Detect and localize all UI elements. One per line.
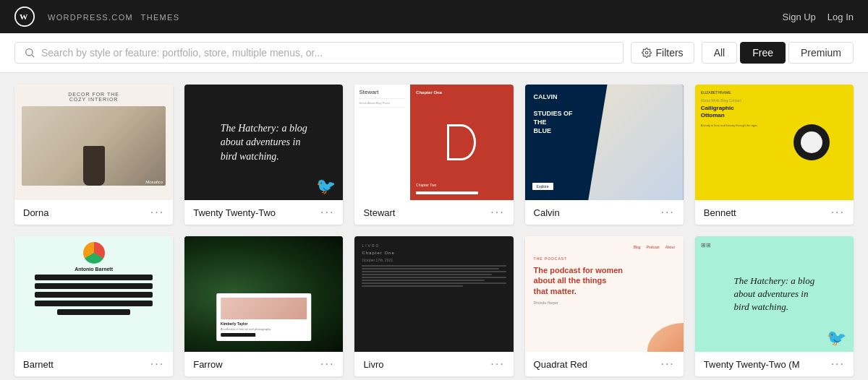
filters-label: Filters	[656, 47, 684, 59]
theme-preview-ttt[interactable]: The Hatchery: a blogabout adventures inb…	[184, 85, 343, 200]
theme-card-footer: Twenty Twenty-Two (M ···	[695, 352, 854, 376]
themes-label: THEMES	[141, 13, 180, 22]
svg-point-4	[645, 51, 648, 54]
theme-more-button[interactable]: ···	[660, 358, 674, 371]
livro-line-6	[362, 280, 484, 281]
theme-preview-bennett[interactable]: ELIZABETHNAME About Work Blog Contact Ca…	[695, 85, 854, 200]
stewart-chapter-two: Chapter Two	[416, 183, 436, 187]
top-navigation: W WordPress.com THEMES Sign Up Log In	[0, 0, 868, 33]
theme-card-barnett: Antonio Barnett Barnett ···	[14, 236, 173, 376]
theme-preview-farrow[interactable]: Kimberly Taylor A collection of fine art…	[184, 236, 343, 352]
livro-body	[362, 265, 506, 287]
theme-card-calvin: CALVINSTUDIES OFTHEBLUE Explore Calvin ·…	[525, 85, 684, 225]
theme-preview-ttt2[interactable]: ⊞⊞ The Hatchery: a blogabout adventures …	[695, 236, 854, 352]
bennett-right-col	[775, 90, 848, 194]
stewart-divider	[359, 98, 406, 99]
calvin-preview-text: CALVINSTUDIES OFTHEBLUE	[534, 93, 573, 135]
bennett-site-label: ELIZABETHNAME	[701, 90, 773, 95]
search-bar: Filters All Free Premium	[0, 33, 868, 73]
theme-name: Twenty Twenty-Two (M	[704, 359, 800, 370]
theme-card-dorna: DECOR FOR THECOZY INTERIOR Mosafico Dorn…	[14, 85, 173, 225]
theme-preview-barnett[interactable]: Antonio Barnett	[14, 236, 173, 352]
filters-button[interactable]: Filters	[631, 42, 694, 64]
theme-card-footer: Farrow ···	[184, 352, 343, 376]
farrow-card-image	[221, 298, 307, 319]
tab-premium[interactable]: Premium	[788, 42, 854, 64]
theme-card-bennett: ELIZABETHNAME About Work Blog Contact Ca…	[695, 85, 854, 225]
theme-more-button[interactable]: ···	[831, 358, 845, 371]
theme-card-footer: Bennett ···	[695, 200, 854, 225]
theme-grid: DECOR FOR THECOZY INTERIOR Mosafico Dorn…	[0, 73, 868, 380]
theme-name: Bennett	[704, 207, 736, 218]
theme-preview-livro[interactable]: LIVRO Chapter One October 17th, 2021	[354, 236, 513, 352]
svg-line-3	[32, 55, 34, 57]
theme-more-button[interactable]: ···	[660, 206, 674, 219]
stewart-main: Chapter One Chapter Two	[410, 85, 513, 200]
livro-chapter: Chapter One	[362, 251, 506, 255]
barnett-btn-5	[57, 309, 131, 315]
theme-more-button[interactable]: ···	[831, 206, 845, 219]
ttt-bird-emoji: 🐦	[316, 177, 336, 196]
search-icon	[24, 47, 35, 59]
bennett-left-col: ELIZABETHNAME About Work Blog Contact Ca…	[701, 90, 773, 194]
log-in-link[interactable]: Log In	[827, 12, 854, 22]
bennett-nav: About Work Blog Contact	[701, 98, 773, 103]
theme-card-livro: LIVRO Chapter One October 17th, 2021 Liv…	[354, 236, 513, 376]
livro-line-1	[362, 265, 506, 267]
nav-actions: Sign Up Log In	[783, 12, 854, 22]
bennett-inner-circle	[801, 131, 822, 153]
barnett-btn-3	[35, 292, 153, 298]
ttt2-preview-text: The Hatchery: a blogabout adventures inb…	[734, 275, 815, 314]
theme-preview-dorna[interactable]: DECOR FOR THECOZY INTERIOR Mosafico	[14, 85, 173, 200]
sign-up-link[interactable]: Sign Up	[783, 12, 816, 22]
theme-card-quadrat-red: BlogPodcastAbout THE PODCAST The podcast…	[525, 236, 684, 376]
calvin-btn: Explore	[532, 183, 553, 190]
tab-free[interactable]: Free	[740, 42, 786, 64]
theme-more-button[interactable]: ···	[490, 206, 504, 219]
theme-name: Farrow	[193, 359, 222, 370]
gear-icon	[642, 48, 652, 58]
barnett-user-name: Antonio Barnett	[75, 267, 113, 272]
quadrat-category: THE PODCAST	[534, 256, 675, 261]
ttt2-bird-emoji: 🐦	[827, 329, 846, 347]
livro-line-4	[362, 274, 491, 275]
theme-card-footer: Calvin ···	[525, 200, 684, 225]
theme-more-button[interactable]: ···	[490, 358, 504, 371]
stewart-chapter: Chapter One	[416, 90, 442, 95]
theme-name: Twenty Twenty-Two	[193, 207, 276, 218]
theme-name: Dorna	[23, 207, 48, 218]
theme-preview-calvin[interactable]: CALVINSTUDIES OFTHEBLUE Explore	[525, 85, 684, 200]
calvin-flowers-shape	[588, 85, 684, 200]
dorna-preview-title: DECOR FOR THECOZY INTERIOR	[68, 92, 119, 102]
theme-card-footer: Stewart ···	[354, 200, 513, 225]
theme-preview-stewart[interactable]: Stewart Home About Blog Posts Chapter On…	[354, 85, 513, 200]
quadrat-decorative-shape	[640, 316, 684, 352]
livro-site-label: LIVRO	[362, 243, 506, 248]
theme-more-button[interactable]: ···	[320, 206, 334, 219]
dorna-watermark: Mosafico	[145, 180, 163, 184]
farrow-card-desc: A collection of fine art and photography	[221, 327, 307, 331]
theme-name: Livro	[363, 359, 383, 370]
theme-name: Barnett	[23, 359, 54, 370]
livro-date: October 17th, 2021	[362, 258, 506, 262]
theme-more-button[interactable]: ···	[150, 358, 164, 371]
bennett-desc: A study in form and beauty through the a…	[701, 124, 773, 127]
tab-all[interactable]: All	[702, 42, 738, 64]
theme-name: Calvin	[534, 207, 560, 218]
stewart-logo: Stewart	[359, 89, 406, 95]
bennett-title: CalligraphicOttoman	[701, 105, 773, 118]
theme-card-ttt-mint: ⊞⊞ The Hatchery: a blogabout adventures …	[695, 236, 854, 376]
nav-brand-area: W WordPress.com THEMES	[14, 7, 179, 27]
theme-card-farrow: Kimberly Taylor A collection of fine art…	[184, 236, 343, 376]
theme-card-footer: Livro ···	[354, 352, 513, 376]
theme-more-button[interactable]: ···	[320, 358, 334, 371]
svg-text:W: W	[20, 12, 28, 21]
search-input[interactable]	[41, 47, 614, 59]
theme-more-button[interactable]: ···	[150, 206, 164, 219]
quadrat-main-title: The podcast for womenabout all the thing…	[534, 265, 675, 296]
svg-point-2	[26, 49, 33, 56]
farrow-card-btn	[221, 333, 255, 337]
theme-preview-quadrat[interactable]: BlogPodcastAbout THE PODCAST The podcast…	[525, 236, 684, 352]
livro-line-7	[362, 282, 506, 284]
stewart-nav: Home About Blog Posts	[359, 101, 406, 105]
